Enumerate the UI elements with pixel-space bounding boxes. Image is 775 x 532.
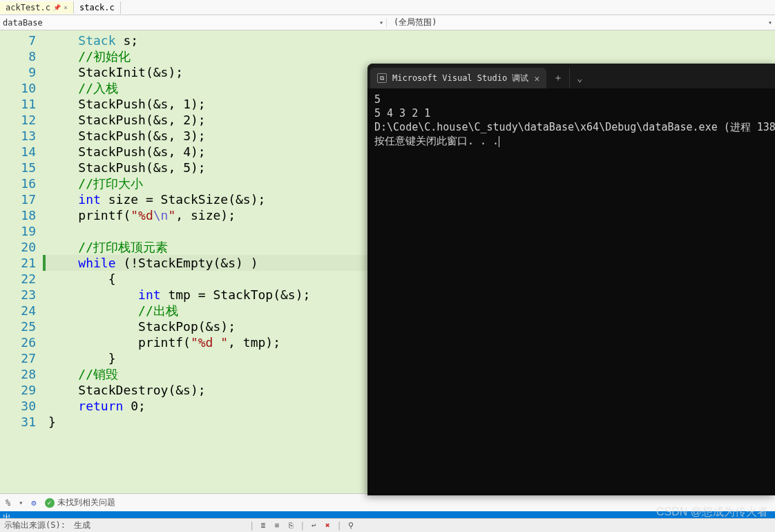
tab-acktestc[interactable]: ackTest.c 📌 ✕ (0, 1, 74, 14)
terminal-icon: ⧉ (377, 73, 387, 83)
output-source-dropdown[interactable]: 生成 (73, 520, 92, 531)
tab-stackc[interactable]: stack.c (74, 1, 121, 14)
tab-label: ackTest.c (6, 3, 50, 12)
watermark-text: CSDN @想成为传火者 (656, 505, 768, 520)
text-cursor (499, 136, 499, 147)
code-line[interactable]: //初始化 (43, 48, 775, 64)
no-issues-indicator[interactable]: ✓ 未找到相关问题 (45, 497, 115, 509)
nav-bar: dataBase ▾ (全局范围) ▾ (0, 15, 775, 30)
close-icon[interactable]: ✕ (64, 3, 68, 11)
wrap-icon[interactable]: ↩ (309, 521, 318, 531)
copy-icon[interactable]: ⎘ (286, 521, 296, 531)
new-tab-button[interactable]: ＋ (546, 68, 570, 88)
output-toolbar: 示输出来源(S): 生成 | ≣ ≡ ⎘ | ↩ ✖ | ⚲ (0, 518, 775, 532)
stop-icon[interactable]: ✖ (323, 521, 332, 531)
settings-icon[interactable]: ⚙ (31, 498, 36, 508)
change-indicator (43, 255, 46, 271)
debug-console-window[interactable]: ⧉ Microsoft Visual Studio 调试 ✕ ＋ ⌄ 5 5 4… (367, 64, 775, 495)
tab-dropdown-button[interactable]: ⌄ (570, 68, 589, 88)
zoom-label[interactable]: % (6, 498, 10, 508)
console-title-label: Microsoft Visual Studio 调试 (392, 73, 528, 84)
chevron-down-icon[interactable]: ▾ (376, 19, 386, 26)
nav-scope-label: (全局范围) (394, 17, 765, 28)
nav-project-label: dataBase (3, 18, 375, 28)
code-line[interactable]: Stack s; (43, 32, 775, 48)
console-output[interactable]: 5 5 4 3 2 1 D:\Code\C.house\C_study\data… (367, 88, 775, 152)
line-gutter: 7891011121314151617181920212223242526272… (0, 30, 43, 493)
console-titlebar[interactable]: ⧉ Microsoft Visual Studio 调试 ✕ ＋ ⌄ (367, 64, 775, 88)
clear-icon[interactable]: ≣ (258, 521, 268, 531)
console-tab[interactable]: ⧉ Microsoft Visual Studio 调试 ✕ (370, 68, 546, 88)
nav-scope-left[interactable]: dataBase ▾ (0, 18, 387, 28)
chevron-down-icon[interactable]: ▾ (765, 19, 775, 26)
filter-icon[interactable]: ⚲ (346, 521, 356, 531)
no-issues-label: 未找到相关问题 (57, 497, 115, 509)
toggle-icon[interactable]: ≡ (272, 521, 282, 531)
close-icon[interactable]: ✕ (534, 73, 539, 84)
file-tabs: ackTest.c 📌 ✕ stack.c (0, 0, 775, 15)
tab-label: stack.c (79, 3, 115, 12)
nav-scope-right[interactable]: (全局范围) ▾ (387, 17, 775, 28)
pin-icon[interactable]: 📌 (53, 4, 61, 11)
chevron-down-icon[interactable]: ▾ (19, 499, 23, 506)
output-source-label: 示输出来源(S): (3, 520, 67, 531)
check-icon: ✓ (45, 498, 55, 508)
output-toolbar-icons: | ≣ ≡ ⎘ | ↩ ✖ | ⚲ (249, 521, 356, 531)
